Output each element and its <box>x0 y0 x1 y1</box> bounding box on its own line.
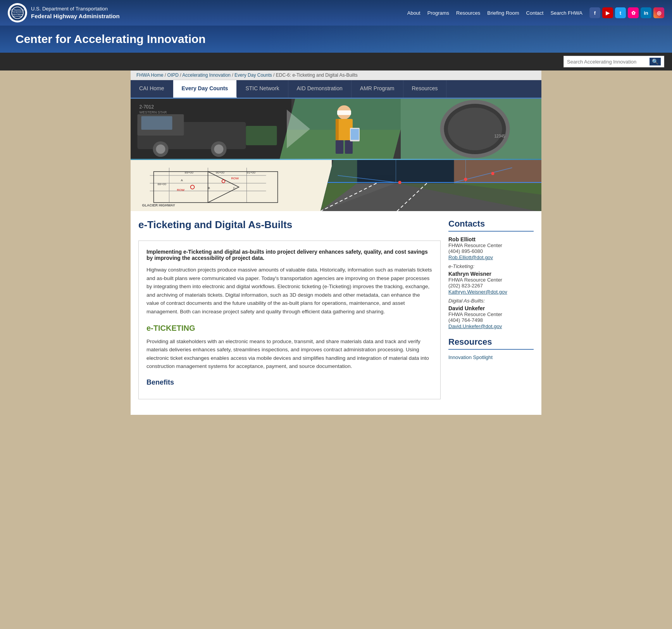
sidebar: Contacts Rob Elliott FHWA Resource Cente… <box>448 219 534 407</box>
site-banner: Center for Accelerating Innovation <box>0 26 672 53</box>
contact-org-1: FHWA Resource Center <box>448 242 534 248</box>
tab-aid-demonstration[interactable]: AID Demonstration <box>288 80 352 98</box>
contact-name-3: David Unkefer <box>448 305 534 311</box>
intro-body-text: Highway construction projects produce ma… <box>146 266 432 316</box>
breadcrumb-every-day-counts[interactable]: Every Day Counts <box>234 72 272 78</box>
linkedin-icon[interactable]: in <box>641 7 651 18</box>
content-area: e-Ticketing and Digital As-Builts Implem… <box>131 211 541 415</box>
arrow-divider <box>287 110 310 148</box>
top-nav-links: About Programs Resources Briefing Room C… <box>407 7 664 18</box>
svg-rect-24 <box>345 140 353 154</box>
nav-contact[interactable]: Contact <box>526 10 544 16</box>
eticket-label: e-Ticketing: <box>448 263 534 269</box>
svg-text:91+00: 91+00 <box>247 171 256 174</box>
svg-rect-14 <box>246 126 277 145</box>
contact-org-2: FHWA Resource Center <box>448 277 534 283</box>
main-tabs: CAI Home Every Day Counts STIC Network A… <box>131 80 541 99</box>
contact-email-1[interactable]: Rob.Elliott@dot.gov <box>448 254 493 260</box>
contact-david-unkefer: David Unkefer FHWA Resource Center (404)… <box>448 305 534 329</box>
tab-stic-network[interactable]: STIC Network <box>237 80 288 98</box>
hero-images: 2-7012 WESTERN STAR <box>131 99 541 211</box>
contact-email-3[interactable]: David.Unkefer@dot.gov <box>448 323 502 329</box>
contacts-title: Contacts <box>448 219 534 232</box>
hero-truck-image: 2-7012 WESTERN STAR <box>131 99 291 159</box>
contact-phone-3: (404) 764-7498 <box>448 317 534 323</box>
svg-text:ROW: ROW <box>231 177 239 180</box>
instagram-icon[interactable]: ◎ <box>653 7 664 18</box>
intro-bold-text: Implementing e-Ticketing and digital as-… <box>146 249 432 261</box>
nav-resources[interactable]: Resources <box>456 10 480 16</box>
svg-rect-23 <box>336 140 343 154</box>
facebook-icon[interactable]: f <box>589 7 600 18</box>
resources-title: Resources <box>448 337 534 350</box>
tab-amr-program[interactable]: AMR Program <box>352 80 403 98</box>
svg-text:Transportation: Transportation <box>12 11 23 13</box>
svg-text:GLACIER HIGHWAY: GLACIER HIGHWAY <box>142 203 175 207</box>
svg-point-64 <box>398 181 401 184</box>
contact-phone-1: (404) 895-6080 <box>448 248 534 254</box>
digital-label: Digital As-Builts: <box>448 298 534 304</box>
contacts-section: Contacts Rob Elliott FHWA Resource Cente… <box>448 219 534 329</box>
tab-cai-home[interactable]: CAI Home <box>131 80 173 98</box>
main-content-box: Implementing e-Ticketing and digital as-… <box>138 241 441 399</box>
svg-rect-22 <box>336 119 339 140</box>
svg-text:2-7012: 2-7012 <box>139 104 154 110</box>
breadcrumb-fhwa-home[interactable]: FHWA Home <box>136 72 164 78</box>
search-button[interactable]: 🔍 <box>650 58 661 65</box>
svg-text:89+00: 89+00 <box>185 171 194 174</box>
svg-text:Administration: Administration <box>13 15 22 17</box>
svg-rect-20 <box>337 110 351 115</box>
eticket-section-heading: e-TICKETING <box>146 324 432 333</box>
svg-text:C: C <box>233 186 236 190</box>
social-icons: f ▶ t ✿ in ◎ <box>589 7 664 18</box>
eticket-body-text: Providing all stakeholders with an elect… <box>146 337 432 371</box>
breadcrumb: FHWA Home / OIPD / Accelerating Innovati… <box>131 70 541 80</box>
svg-point-66 <box>491 172 495 175</box>
flickr-icon[interactable]: ✿ <box>628 7 639 18</box>
page-wrapper: FHWA Home / OIPD / Accelerating Innovati… <box>131 70 541 415</box>
breadcrumb-oipd[interactable]: OIPD <box>167 72 179 78</box>
tab-every-day-counts[interactable]: Every Day Counts <box>173 80 237 98</box>
svg-text:88+00: 88+00 <box>158 182 167 186</box>
breadcrumb-accelerating-innovation[interactable]: Accelerating Innovation <box>182 72 231 78</box>
svg-rect-26 <box>351 129 359 140</box>
search-input[interactable] <box>567 59 650 65</box>
logo-area: U.S. Department of Transportation Federa… <box>8 3 120 22</box>
hero-lower: GLACIER HIGHWAY ROW ROW 88+00 89+00 90+0… <box>131 160 541 211</box>
search-box: 🔍 <box>563 56 664 67</box>
svg-text:B: B <box>208 186 210 190</box>
svg-text:A: A <box>181 179 183 182</box>
nav-briefing-room[interactable]: Briefing Room <box>487 10 519 16</box>
resources-section: Resources Innovation Spotlight <box>448 337 534 360</box>
svg-point-30 <box>448 108 502 150</box>
tab-resources[interactable]: Resources <box>403 80 447 98</box>
page-title: e-Ticketing and Digital As-Builts <box>138 219 441 233</box>
svg-point-65 <box>464 178 467 181</box>
breadcrumb-current: EDC-6: e-Ticketing and Digital As-Builts <box>276 72 358 78</box>
svg-point-13 <box>214 144 223 154</box>
svg-rect-9 <box>141 116 172 130</box>
svg-text:12345: 12345 <box>494 134 505 138</box>
hero-blueprint-image: GLACIER HIGHWAY ROW ROW 88+00 89+00 90+0… <box>131 160 332 211</box>
benefits-heading: Benefits <box>146 378 432 387</box>
hero-pipe-image: 12345 <box>401 99 541 159</box>
dot-logo: U.S. Department of Transportation Federa… <box>8 3 27 22</box>
svg-text:WESTERN STAR: WESTERN STAR <box>139 110 167 114</box>
contact-phone-2: (202) 823-2267 <box>448 283 534 289</box>
hero-upper: 2-7012 WESTERN STAR <box>131 99 541 159</box>
svg-text:90+00: 90+00 <box>216 171 225 174</box>
twitter-icon[interactable]: t <box>615 7 626 18</box>
svg-text:ROW: ROW <box>177 188 185 192</box>
svg-point-11 <box>156 144 165 154</box>
agency-name: U.S. Department of Transportation Federa… <box>31 6 120 20</box>
contact-email-2[interactable]: Kathryn.Weisner@dot.gov <box>448 289 507 295</box>
nav-search-fhwa[interactable]: Search FHWA <box>550 10 582 16</box>
search-bar-row: 🔍 <box>0 53 672 70</box>
youtube-icon[interactable]: ▶ <box>602 7 613 18</box>
resources-spotlight-link[interactable]: Innovation Spotlight <box>448 354 534 360</box>
contact-org-3: FHWA Resource Center <box>448 311 534 317</box>
top-navigation: U.S. Department of Transportation Federa… <box>0 0 672 26</box>
nav-programs[interactable]: Programs <box>427 10 449 16</box>
nav-about[interactable]: About <box>407 10 420 16</box>
svg-text:Federal Highway: Federal Highway <box>12 14 23 15</box>
